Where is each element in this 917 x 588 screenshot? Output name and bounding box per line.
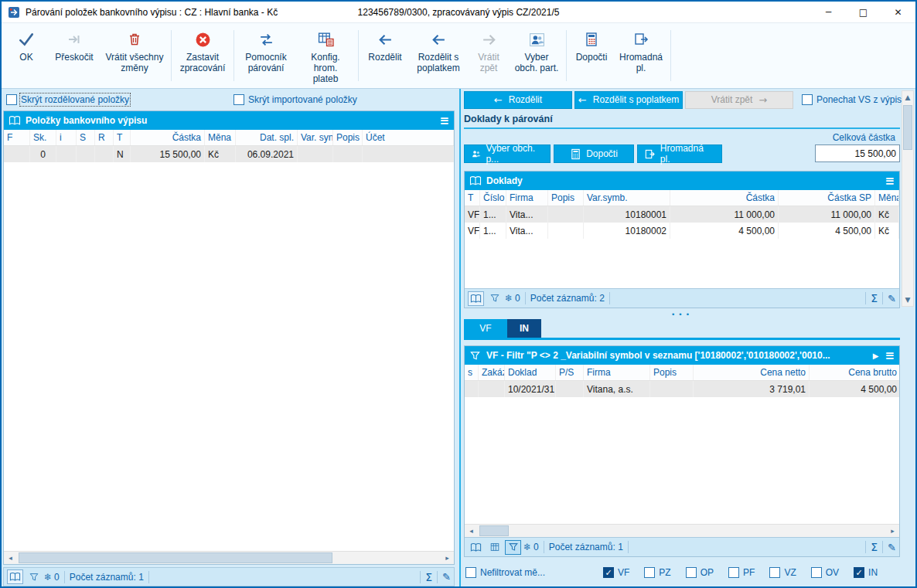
total-amount-input[interactable]: [815, 144, 900, 162]
columns-icon[interactable]: [486, 540, 503, 555]
checkbox-box[interactable]: [6, 94, 17, 105]
type-checkbox-vz[interactable]: VZ: [769, 567, 796, 578]
type-checkbox-pf[interactable]: PF: [728, 567, 755, 578]
table-row[interactable]: VF 1... Vita... 10180001 11 000,00 11 00…: [465, 206, 899, 223]
column-header[interactable]: Sk.: [30, 130, 56, 145]
column-header[interactable]: Popis: [650, 365, 694, 380]
undo-button[interactable]: Vrátit zpět →: [685, 91, 793, 109]
book-icon[interactable]: [468, 540, 484, 555]
checkbox-box[interactable]: [811, 567, 822, 578]
column-header[interactable]: F: [4, 130, 30, 145]
checkbox-box[interactable]: [769, 567, 780, 578]
column-header[interactable]: T: [114, 130, 131, 145]
snowflake-icon[interactable]: ❄: [523, 542, 531, 552]
edit-icon[interactable]: ✎: [888, 542, 896, 553]
type-checkbox-op[interactable]: OP: [686, 567, 714, 578]
column-header[interactable]: Dat. spl.: [236, 130, 298, 145]
filter-icon[interactable]: [486, 291, 503, 306]
no-currency-filter-checkbox[interactable]: Nefiltrovat mě...: [465, 567, 603, 578]
column-header[interactable]: i: [56, 130, 77, 145]
checkbox-box[interactable]: [854, 567, 864, 578]
table-row[interactable]: VF 1... Vita... 10180002 4 500,00 4 500,…: [465, 223, 899, 239]
recalculate-small-button[interactable]: Dopočti: [554, 144, 634, 163]
column-header[interactable]: Účet: [363, 130, 454, 145]
select-partner-small-button[interactable]: Vyber obch. p...: [464, 144, 551, 163]
keep-vs-checkbox[interactable]: Ponechat VS z výpisu: [802, 94, 907, 105]
pairing-helper-button[interactable]: Pomocník párování: [237, 25, 295, 86]
revert-all-button[interactable]: Vrátit všechny změny: [101, 25, 169, 86]
scroll-left-icon[interactable]: ◂: [4, 552, 17, 564]
column-header[interactable]: S: [77, 130, 95, 145]
recalculate-button[interactable]: Dopočti: [569, 25, 614, 86]
close-button[interactable]: ✕: [881, 2, 915, 22]
column-header[interactable]: T: [465, 190, 480, 206]
select-partner-button[interactable]: Vyber obch. part.: [510, 25, 564, 86]
column-header[interactable]: R: [95, 130, 114, 145]
checkbox-box[interactable]: [465, 567, 476, 578]
scroll-left-icon[interactable]: ◂: [465, 525, 478, 537]
filter-icon[interactable]: [505, 540, 521, 555]
scroll-up-icon[interactable]: ▲: [902, 91, 913, 104]
column-header[interactable]: Doklad: [505, 365, 556, 380]
scroll-right-icon[interactable]: ▸: [886, 525, 899, 537]
vertical-scrollbar[interactable]: ▲ ▼: [902, 90, 914, 307]
checkbox-box[interactable]: [603, 567, 614, 578]
table-row[interactable]: 0 N 15 500,00 Kč 06.09.2021: [4, 146, 454, 162]
scrollbar-track[interactable]: [478, 525, 886, 537]
table-row[interactable]: 10/2021/31 Vitana, a.s. 3 719,01 4 500,0…: [465, 381, 899, 397]
scrollbar-thumb[interactable]: [479, 525, 509, 536]
column-header[interactable]: Popis: [548, 190, 584, 206]
menu-icon[interactable]: ≡: [439, 114, 449, 127]
column-header[interactable]: Částka SP: [779, 190, 875, 206]
column-header[interactable]: Firma: [584, 365, 650, 380]
type-checkbox-vf[interactable]: VF: [603, 567, 629, 578]
snowflake-icon[interactable]: ❄: [44, 572, 52, 583]
split-with-fee-button[interactable]: ← Rozdělit s poplatkem: [574, 91, 683, 109]
scroll-right-icon[interactable]: ▸: [441, 552, 454, 564]
column-header[interactable]: P/S: [556, 365, 584, 380]
bulk-payment-small-button[interactable]: Hromadná pl.: [637, 144, 722, 163]
filter-icon[interactable]: [26, 569, 42, 584]
column-header[interactable]: s: [465, 365, 479, 380]
type-checkbox-in[interactable]: IN: [854, 567, 878, 578]
skip-button[interactable]: Přeskočit: [48, 25, 101, 86]
type-checkbox-ov[interactable]: OV: [811, 567, 839, 578]
column-header[interactable]: Popis: [333, 130, 363, 145]
column-header[interactable]: Cena netto: [694, 365, 810, 380]
scrollbar-thumb[interactable]: [19, 552, 332, 563]
bulk-payment-config-button[interactable]: Konfig. hrom. plateb: [295, 25, 356, 86]
column-header[interactable]: Částka: [131, 130, 205, 145]
checkbox-box[interactable]: [686, 567, 697, 578]
checkbox-box[interactable]: [644, 567, 655, 578]
tab-in[interactable]: IN: [507, 319, 541, 338]
menu-icon[interactable]: ≡: [885, 174, 895, 188]
expand-icon[interactable]: ▶: [873, 352, 879, 360]
scrollbar-thumb[interactable]: [903, 105, 912, 150]
bulk-payment-button[interactable]: Hromadná pl.: [614, 25, 668, 86]
hide-split-items-checkbox[interactable]: Skrýt rozdělované položky: [6, 94, 129, 105]
sum-icon[interactable]: Σ: [871, 292, 878, 304]
hide-imported-items-checkbox[interactable]: Skrýt importované položky: [234, 94, 357, 105]
column-header[interactable]: Cena brutto: [810, 365, 900, 380]
snowflake-icon[interactable]: ❄: [505, 293, 513, 304]
horizontal-scrollbar[interactable]: ◂ ▸: [465, 524, 899, 537]
horizontal-scrollbar[interactable]: ◂ ▸: [4, 551, 454, 564]
column-header[interactable]: Číslo: [480, 190, 506, 206]
tab-vf[interactable]: VF: [464, 319, 507, 338]
edit-icon[interactable]: ✎: [888, 293, 896, 304]
ok-button[interactable]: OK: [5, 25, 48, 86]
maximize-button[interactable]: □: [846, 2, 881, 22]
sum-icon[interactable]: Σ: [871, 541, 878, 553]
stop-processing-button[interactable]: Zastavit zpracování: [174, 25, 231, 86]
checkbox-box[interactable]: [802, 94, 813, 105]
scrollbar-track[interactable]: [902, 104, 913, 294]
horizontal-splitter[interactable]: •••: [464, 310, 900, 319]
menu-icon[interactable]: ≡: [885, 348, 895, 362]
split-with-fee-toolbar-button[interactable]: Rozdělit s poplatkem: [409, 25, 468, 86]
undo-toolbar-button[interactable]: Vrátit zpět: [468, 25, 510, 86]
column-header[interactable]: Zakázk:: [479, 365, 505, 380]
column-header[interactable]: Var.symb.: [584, 190, 670, 206]
column-header[interactable]: Firma: [506, 190, 548, 206]
sum-icon[interactable]: Σ: [425, 571, 432, 583]
minimize-button[interactable]: ─: [811, 2, 846, 22]
